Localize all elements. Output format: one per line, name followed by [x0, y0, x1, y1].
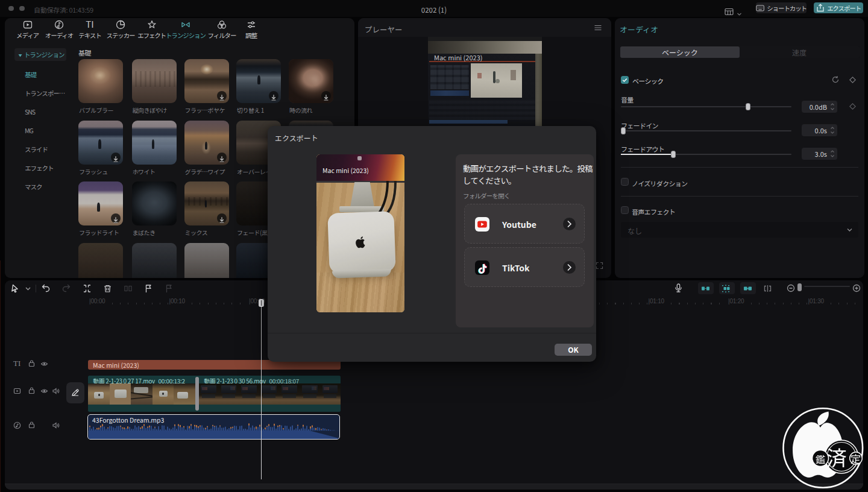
svg-text:鑑: 鑑	[816, 452, 825, 466]
svg-text:定: 定	[851, 451, 861, 466]
svg-text:TI: TI	[86, 20, 93, 30]
svg-text:済: 済	[826, 442, 847, 472]
